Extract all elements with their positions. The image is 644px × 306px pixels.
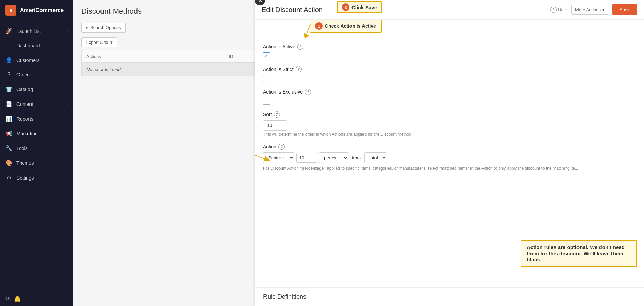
action-label: Action ? <box>263 144 636 150</box>
action-text: Action <box>263 144 276 149</box>
action-target-select[interactable]: total <box>364 152 387 163</box>
reports-icon: 📊 <box>5 115 12 122</box>
main-area: Discount Methods ▾ Search Options Export… <box>73 0 644 306</box>
export-label: Export Grid <box>86 40 108 45</box>
sidebar-label-tools: Tools <box>16 146 28 151</box>
action-is-strict-text: Action is Strict <box>263 66 294 72</box>
export-grid-button[interactable]: Export Grid ▾ <box>81 37 117 47</box>
action-type-select[interactable]: Subtract <box>263 152 294 163</box>
sidebar-label-themes: Themes <box>16 160 34 166</box>
marketing-icon: 📢 <box>5 130 12 137</box>
sidebar-item-marketing[interactable]: 📢 Marketing › <box>0 126 73 141</box>
logo-area: a AmeriCommerce <box>0 0 73 21</box>
action-is-exclusive-help-icon[interactable]: ? <box>305 89 311 95</box>
sidebar-label-settings: Settings <box>16 175 34 181</box>
sidebar-item-orders[interactable]: $ Orders › <box>0 68 73 82</box>
more-actions-button[interactable]: More Actions ▾ <box>571 5 608 15</box>
step1-callout: 1 Check Action is Active <box>310 20 382 33</box>
from-label: from <box>350 155 362 160</box>
action-is-active-label: Action is Active ? <box>263 44 636 50</box>
search-options-chevron: ▾ <box>86 25 88 30</box>
search-options-label: Search Options <box>90 25 121 30</box>
sidebar-item-settings[interactable]: ⚙ Settings › <box>0 170 73 185</box>
help-label: Help <box>558 7 567 12</box>
action-unit-select[interactable]: percent <box>319 152 348 163</box>
more-actions-label: More Actions <box>575 7 601 12</box>
edit-discount-action-panel: Edit Discount Action 3 Click Save ? Help… <box>255 0 644 306</box>
optional-text: Action rules are optional. We don't need… <box>527 244 625 262</box>
save-button[interactable]: Save <box>612 4 637 15</box>
action-is-active-text: Action is Active <box>263 44 295 49</box>
sidebar-label-launch-list: Launch List <box>16 28 41 34</box>
logo-icon: a <box>5 5 16 16</box>
tools-icon: 🔧 <box>5 145 12 151</box>
chevron-icon: › <box>66 102 68 106</box>
more-actions-chevron: ▾ <box>602 7 605 12</box>
click-save-text: Click Save <box>351 4 377 10</box>
sidebar-item-reports[interactable]: 📊 Reports › <box>0 111 73 126</box>
action-help-icon[interactable]: ? <box>278 144 285 150</box>
sort-label: Sort ? <box>263 111 636 118</box>
sidebar-label-reports: Reports <box>16 116 33 122</box>
action-is-strict-label: Action is Strict ? <box>263 66 636 72</box>
sidebar-item-content[interactable]: 📄 Content › <box>0 97 73 111</box>
dashboard-icon: ⌂ <box>5 42 12 49</box>
sidebar-item-catalog[interactable]: 👕 Catalog › <box>0 82 73 97</box>
action-is-strict-row: Action is Strict ? <box>263 66 636 82</box>
action-is-active-row: Action is Active ? <box>263 44 636 59</box>
chevron-icon: › <box>66 117 68 121</box>
action-is-strict-help-icon[interactable]: ? <box>296 66 302 72</box>
sidebar-bottom: ⟳ 🔔 <box>0 291 73 306</box>
themes-icon: 🎨 <box>5 160 12 166</box>
sidebar-label-marketing: Marketing <box>16 131 37 136</box>
rule-definitions-section: Rule Definitions <box>255 287 644 306</box>
action-is-exclusive-text: Action is Exclusive <box>263 89 303 95</box>
edit-panel-header: Edit Discount Action 3 Click Save ? Help… <box>255 0 644 20</box>
sidebar-nav: 🚀 Launch List › ⌂ Dashboard 👤 Customers … <box>0 21 73 291</box>
action-is-strict-checkbox[interactable] <box>263 75 270 82</box>
sidebar-label-dashboard: Dashboard <box>16 43 40 48</box>
export-chevron: ▾ <box>110 40 113 45</box>
action-is-active-checkbox[interactable] <box>263 52 270 59</box>
chevron-icon: › <box>66 73 68 77</box>
sort-text: Sort <box>263 112 272 117</box>
action-is-active-help-icon[interactable]: ? <box>297 44 303 50</box>
sidebar-item-dashboard[interactable]: ⌂ Dashboard <box>0 38 73 53</box>
spinner-icon[interactable]: ⟳ <box>5 295 10 302</box>
sort-helper-text: This will determine the order in which A… <box>263 132 636 137</box>
col-actions: Actions <box>82 50 224 63</box>
action-is-exclusive-checkbox[interactable] <box>263 98 270 105</box>
settings-icon: ⚙ <box>5 174 12 181</box>
click-save-callout: 3 Click Save <box>337 1 382 13</box>
edit-panel-body: 1 Check Action is Active Action is Activ… <box>255 20 644 287</box>
sidebar-item-customers[interactable]: 👤 Customers <box>0 53 73 68</box>
action-row: Action ? 2 Set the Action to "subtract10… <box>263 144 636 171</box>
chevron-icon: › <box>66 87 68 91</box>
sidebar-label-orders: Orders <box>16 72 31 77</box>
sort-help-icon[interactable]: ? <box>274 111 280 118</box>
help-circle-icon: ? <box>550 7 557 13</box>
help-button[interactable]: ? Help <box>550 7 567 13</box>
action-is-exclusive-row: Action is Exclusive ? <box>263 89 636 105</box>
sidebar-item-launch-list[interactable]: 🚀 Launch List › <box>0 24 73 38</box>
sidebar-item-tools[interactable]: 🔧 Tools › <box>0 141 73 156</box>
sidebar-label-catalog: Catalog <box>16 87 33 92</box>
sidebar: a AmeriCommerce 🚀 Launch List › ⌂ Dashbo… <box>0 0 73 306</box>
bell-icon[interactable]: 🔔 <box>14 295 21 302</box>
chevron-icon: › <box>66 146 68 150</box>
action-amount-input[interactable] <box>296 153 317 163</box>
rule-definitions-title: Rule Definitions <box>263 293 306 300</box>
edit-panel-title: Edit Discount Action <box>262 6 323 14</box>
search-options-button[interactable]: ▾ Search Options <box>81 23 126 33</box>
optional-callout: Action rules are optional. We don't need… <box>521 240 637 267</box>
launch-list-icon: 🚀 <box>5 28 12 34</box>
edit-panel-actions: ? Help More Actions ▾ Save <box>550 4 637 15</box>
chevron-icon: › <box>66 29 68 33</box>
sidebar-item-themes[interactable]: 🎨 Themes <box>0 156 73 170</box>
step3-badge: 3 <box>342 3 349 11</box>
chevron-icon: › <box>66 132 68 136</box>
content-icon: 📄 <box>5 101 12 107</box>
catalog-icon: 👕 <box>5 86 12 93</box>
sort-input[interactable] <box>263 120 287 131</box>
sidebar-label-content: Content <box>16 101 33 107</box>
